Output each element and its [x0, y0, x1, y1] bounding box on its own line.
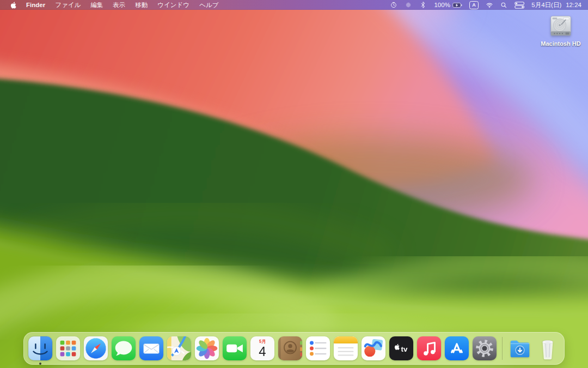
bluetooth-icon[interactable]	[419, 0, 427, 10]
notes-icon	[333, 336, 358, 361]
contacts-icon	[278, 336, 303, 361]
control-center-icon[interactable]	[514, 0, 524, 10]
menu-date: 5月4日(日)	[531, 1, 561, 9]
app-store-icon	[444, 336, 469, 361]
menu-time: 12:24	[566, 2, 581, 8]
battery-charging-icon	[452, 2, 462, 9]
apple-tv-icon: tv	[389, 336, 414, 361]
dock-icon-downloads[interactable]	[507, 336, 532, 361]
globe-dimmed-icon[interactable]	[405, 0, 412, 10]
dock-icon-mail[interactable]	[139, 336, 164, 361]
apple-icon	[10, 2, 16, 9]
calendar-month-label: 5月	[259, 339, 266, 344]
music-icon	[416, 336, 442, 361]
dock-separator	[502, 337, 503, 360]
dock-icon-freeform[interactable]	[361, 336, 386, 361]
safari-icon	[83, 336, 108, 361]
apple-menu[interactable]	[5, 0, 21, 10]
dock-icon-calendar[interactable]: 5月 4	[250, 336, 275, 361]
dock-icon-safari[interactable]	[83, 336, 108, 361]
trash-icon	[535, 336, 560, 361]
mail-icon	[139, 336, 164, 361]
dock: 5月 4	[23, 332, 565, 365]
search-icon[interactable]	[500, 0, 507, 10]
calendar-day-label: 4	[259, 344, 266, 359]
reminders-icon	[305, 336, 330, 361]
volume-label: Macintosh HD	[541, 40, 580, 47]
photos-icon	[194, 336, 219, 361]
dock-icon-maps[interactable]	[167, 336, 192, 361]
dock-icon-finder[interactable]	[28, 336, 53, 361]
calendar-icon: 5月 4	[250, 336, 275, 361]
dock-icon-system-settings[interactable]	[472, 336, 497, 361]
wifi-icon[interactable]	[486, 0, 493, 10]
svg-text:tv: tv	[401, 345, 408, 353]
dock-icon-reminders[interactable]	[305, 336, 330, 361]
dock-icon-trash[interactable]	[535, 336, 560, 361]
dock-icon-photos[interactable]	[194, 336, 219, 361]
desktop-icon-macintosh-hd[interactable]: Macintosh HD	[539, 15, 583, 47]
battery-percent-label: 100%	[434, 2, 450, 8]
hard-drive-icon	[548, 15, 573, 39]
clock-icon[interactable]	[390, 0, 397, 10]
dock-icon-notes[interactable]	[333, 336, 358, 361]
downloads-folder-icon	[507, 336, 532, 361]
maps-icon	[167, 336, 192, 361]
menu-item-app-name[interactable]: Finder	[21, 0, 50, 10]
dock-icon-messages[interactable]	[111, 336, 136, 361]
system-settings-icon	[472, 336, 497, 361]
facetime-icon	[222, 336, 247, 361]
dock-icon-launchpad[interactable]	[56, 336, 81, 361]
battery-status[interactable]: 100%	[434, 2, 462, 9]
dock-icon-apple-tv[interactable]: tv	[389, 336, 414, 361]
menu-datetime[interactable]: 5月4日(日) 12:24	[531, 1, 581, 9]
freeform-icon	[361, 336, 386, 361]
menu-item-window[interactable]: ウインドウ	[152, 0, 194, 10]
desktop-wallpaper	[0, 0, 588, 368]
menu-item-view[interactable]: 表示	[108, 0, 130, 10]
dock-icon-contacts[interactable]	[278, 336, 303, 361]
menu-item-file[interactable]: ファイル	[50, 0, 85, 10]
menu-bar: Finder ファイル 編集 表示 移動 ウインドウ ヘルプ 100% A	[0, 0, 588, 10]
running-indicator	[39, 363, 41, 365]
dock-icon-facetime[interactable]	[222, 336, 247, 361]
finder-icon	[28, 336, 53, 361]
dock-icon-app-store[interactable]	[444, 336, 469, 361]
dock-icon-music[interactable]	[416, 336, 442, 361]
menu-item-go[interactable]: 移動	[130, 0, 152, 10]
messages-icon	[111, 336, 136, 361]
menu-item-edit[interactable]: 編集	[85, 0, 108, 10]
launchpad-icon	[56, 336, 81, 361]
input-source-badge[interactable]: A	[469, 1, 479, 9]
menu-item-help[interactable]: ヘルプ	[194, 0, 223, 10]
